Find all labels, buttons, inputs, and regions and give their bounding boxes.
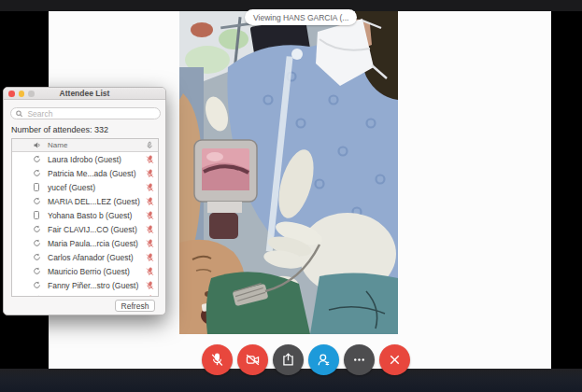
web-device-icon [25, 281, 48, 289]
phone-device-icon [25, 183, 48, 191]
attendees-button[interactable] [308, 344, 339, 375]
attendee-row[interactable]: Patricia Me...ada (Guest) [12, 166, 158, 180]
attendee-icon [316, 352, 332, 368]
mic-muted-icon [141, 253, 158, 262]
shared-video-feed [179, 11, 398, 334]
refresh-button[interactable]: Refresh [115, 300, 155, 312]
attendee-name: Fair CLAVIJ...CO (Guest) [48, 225, 141, 234]
more-button[interactable] [344, 344, 375, 375]
web-device-icon [25, 169, 48, 177]
surgery-video-illustration [179, 11, 398, 334]
speaker-icon [25, 141, 48, 149]
mic-muted-icon [141, 295, 158, 298]
mic-muted-icon [141, 225, 158, 234]
mic-muted-icon [141, 197, 158, 206]
mic-muted-icon [209, 352, 225, 368]
mic-muted-icon [141, 183, 158, 192]
attendee-row[interactable]: Mauricio Berrio (Guest) [12, 264, 158, 278]
name-column-header: Name [48, 141, 141, 149]
web-device-icon [25, 197, 48, 205]
minimize-window-button[interactable] [19, 91, 25, 97]
attendee-name: Fanny Piñer...stro (Guest) [48, 281, 141, 290]
attendee-row[interactable]: Carlos Afanador (Guest) [12, 250, 158, 264]
close-window-button[interactable] [8, 91, 15, 97]
attendee-row[interactable]: Maria Paula...rcia (Guest) [12, 236, 158, 250]
attendee-table: Name Laura Idrobo (Guest)Patricia Me...a… [11, 138, 159, 297]
web-device-icon [25, 295, 48, 297]
attendee-list-window[interactable]: Attendee List Number of attendees: 332 N… [3, 87, 166, 315]
attendee-row-partial [12, 292, 158, 297]
web-device-icon [25, 239, 48, 247]
web-device-icon [25, 155, 48, 163]
attendee-search-field[interactable] [10, 107, 161, 119]
mic-muted-icon [141, 211, 158, 220]
web-device-icon [25, 225, 48, 233]
attendee-row[interactable]: yucef (Guest) [12, 180, 158, 194]
attendee-count-label: Number of attendees: 332 [11, 125, 108, 134]
mic-muted-icon [141, 155, 158, 164]
attendee-row[interactable]: Fanny Piñer...stro (Guest) [12, 278, 158, 292]
attendee-window-title: Attendee List [60, 89, 110, 98]
leave-button[interactable] [379, 344, 410, 375]
attendee-row[interactable]: Laura Idrobo (Guest) [12, 152, 158, 166]
attendee-table-body[interactable]: Laura Idrobo (Guest)Patricia Me...ada (G… [12, 152, 158, 297]
mic-muted-icon [141, 267, 158, 276]
share-button[interactable] [273, 344, 304, 375]
mic-muted-icon [141, 281, 158, 290]
mute-button[interactable] [202, 344, 233, 375]
mic-column-header-icon [141, 141, 158, 149]
attendee-name [48, 295, 141, 298]
viewing-banner: Viewing HANS GARCIA (... [245, 9, 357, 25]
attendee-row[interactable]: MARIA DEL...LEZ (Guest) [12, 194, 158, 208]
attendee-name: Carlos Afanador (Guest) [48, 253, 141, 262]
zoom-window-button [28, 91, 35, 97]
attendee-name: Maria Paula...rcia (Guest) [48, 239, 141, 248]
desktop: Viewing HANS GARCIA (... Attendee List N… [0, 0, 582, 392]
mic-muted-icon [141, 239, 158, 248]
attendee-table-header: Name [12, 139, 158, 152]
attendee-name: Laura Idrobo (Guest) [48, 155, 141, 164]
attendee-name: Mauricio Berrio (Guest) [48, 267, 141, 276]
attendee-window-titlebar[interactable]: Attendee List [4, 88, 165, 100]
phone-device-icon [25, 211, 48, 219]
camera-off-icon [245, 352, 261, 368]
viewing-banner-label: Viewing HANS GARCIA (... [253, 13, 348, 22]
window-traffic-lights [8, 91, 35, 97]
attendee-row[interactable]: Fair CLAVIJ...CO (Guest) [12, 222, 158, 236]
attendee-name: Patricia Me...ada (Guest) [48, 169, 141, 178]
camera-off-button[interactable] [237, 344, 268, 375]
meeting-controls [202, 344, 410, 375]
attendee-name: Yohana Basto b (Guest) [48, 211, 141, 220]
close-x-icon [387, 352, 403, 368]
share-icon [280, 352, 296, 368]
search-input[interactable] [25, 108, 155, 119]
attendee-row[interactable]: Yohana Basto b (Guest) [12, 208, 158, 222]
more-dots-icon [351, 352, 367, 368]
mic-muted-icon [141, 169, 158, 178]
search-icon [16, 110, 22, 118]
attendee-name: MARIA DEL...LEZ (Guest) [48, 197, 141, 206]
attendee-name: yucef (Guest) [48, 183, 141, 192]
web-device-icon [25, 253, 48, 261]
web-device-icon [25, 267, 48, 275]
